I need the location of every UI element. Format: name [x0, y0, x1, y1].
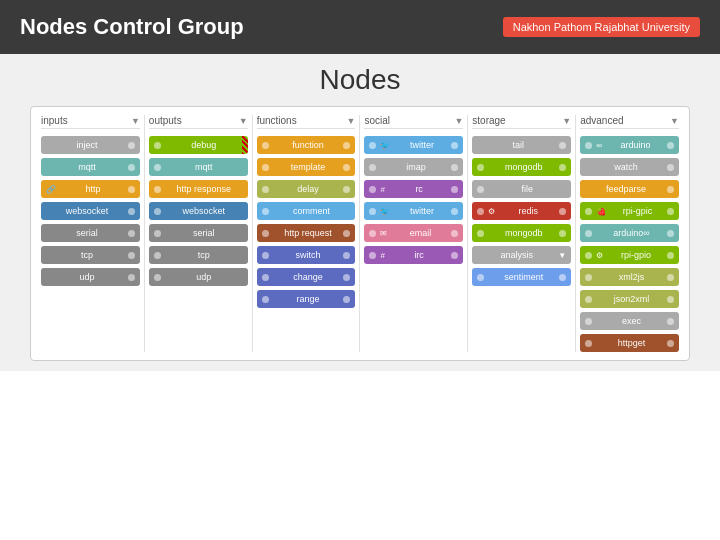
node-label: httpget [596, 338, 667, 348]
node-advanced-arduino∞[interactable]: arduino∞ [580, 224, 679, 242]
dot-left [585, 142, 592, 149]
dot-right [451, 164, 458, 171]
node-inputs-mqtt[interactable]: mqtt [41, 158, 140, 176]
node-inputs-websocket[interactable]: websocket [41, 202, 140, 220]
node-label: mongodb [488, 162, 559, 172]
dot-left [262, 230, 269, 237]
node-storage-mongodb[interactable]: mongodb [472, 158, 571, 176]
node-advanced-watch[interactable]: watch [580, 158, 679, 176]
dot-left [585, 318, 592, 325]
node-panel: inputs▼injectmqtt🔗httpwebsocketserialtcp… [30, 106, 690, 361]
node-label: template [273, 162, 344, 172]
node-advanced-rpi-gpio[interactable]: ⚙rpi-gpio [580, 246, 679, 264]
university-badge: Nakhon Pathom Rajabhat University [503, 17, 700, 37]
node-social-twitter[interactable]: 🐦twitter [364, 202, 463, 220]
node-functions-function[interactable]: function [257, 136, 356, 154]
dot-right [559, 208, 566, 215]
dot-right [343, 252, 350, 259]
node-inputs-udp[interactable]: udp [41, 268, 140, 286]
col-header-functions: functions▼ [257, 115, 356, 129]
node-label: rpi-gpic [608, 206, 667, 216]
dot-left [369, 230, 376, 237]
node-label: tcp [46, 250, 128, 260]
node-inputs-serial[interactable]: serial [41, 224, 140, 242]
node-storage-mongodb[interactable]: mongodb [472, 224, 571, 242]
node-icon: # [380, 185, 384, 194]
node-icon: # [380, 251, 384, 260]
dot-right [451, 142, 458, 149]
node-outputs-mqtt[interactable]: mqtt [149, 158, 248, 176]
col-arrow-advanced[interactable]: ▼ [670, 116, 679, 126]
node-label: http response [165, 184, 243, 194]
node-social-email[interactable]: ✉email [364, 224, 463, 242]
dot-left [477, 274, 484, 281]
dot-right [343, 164, 350, 171]
node-storage-sentiment[interactable]: sentiment [472, 268, 571, 286]
dot-right [559, 164, 566, 171]
node-advanced-feedparse[interactable]: feedparse [580, 180, 679, 198]
node-outputs-serial[interactable]: serial [149, 224, 248, 242]
node-outputs-debug[interactable]: debug [149, 136, 248, 154]
node-storage-redis[interactable]: ⚙redis [472, 202, 571, 220]
node-inputs-http[interactable]: 🔗http [41, 180, 140, 198]
dot-left [477, 230, 484, 237]
dot-right [128, 230, 135, 237]
dot-right [667, 274, 674, 281]
col-arrow-outputs[interactable]: ▼ [239, 116, 248, 126]
node-functions-delay[interactable]: delay [257, 180, 356, 198]
node-advanced-rpi-gpic[interactable]: 🍓rpi-gpic [580, 202, 679, 220]
column-functions: functions▼functiontemplatedelaycommentht… [253, 115, 361, 352]
node-label: irc [387, 250, 451, 260]
node-label: tail [477, 140, 559, 150]
node-outputs-tcp[interactable]: tcp [149, 246, 248, 264]
node-advanced-json2xml[interactable]: json2xml [580, 290, 679, 308]
node-advanced-arduino[interactable]: ∞arduino [580, 136, 679, 154]
node-outputs-udp[interactable]: udp [149, 268, 248, 286]
col-arrow-functions[interactable]: ▼ [347, 116, 356, 126]
node-functions-change[interactable]: change [257, 268, 356, 286]
header: Nodes Control Group Nakhon Pathom Rajabh… [0, 0, 720, 54]
dot-right [451, 252, 458, 259]
node-inputs-tcp[interactable]: tcp [41, 246, 140, 264]
dot-left [262, 186, 269, 193]
dot-right [667, 318, 674, 325]
node-advanced-xml2js[interactable]: xml2js [580, 268, 679, 286]
column-storage: storage▼tailmongodbfile⚙redismongodbanal… [468, 115, 576, 352]
node-label: switch [273, 250, 344, 260]
dot-right [667, 230, 674, 237]
node-label: mqtt [46, 162, 128, 172]
node-advanced-httpget[interactable]: httpget [580, 334, 679, 352]
dot-left [154, 230, 161, 237]
node-functions-comment[interactable]: comment [257, 202, 356, 220]
node-functions-switch[interactable]: switch [257, 246, 356, 264]
node-advanced-exec[interactable]: exec [580, 312, 679, 330]
col-label-inputs: inputs [41, 115, 68, 126]
node-storage-analysis[interactable]: analysis▼ [472, 246, 571, 264]
node-label: serial [165, 228, 243, 238]
node-inputs-inject[interactable]: inject [41, 136, 140, 154]
node-outputs-websocket[interactable]: websocket [149, 202, 248, 220]
node-icon: 🍓 [596, 207, 606, 216]
dot-right [559, 274, 566, 281]
node-social-imap[interactable]: imap [364, 158, 463, 176]
dot-left [369, 252, 376, 259]
node-social-rc[interactable]: #rc [364, 180, 463, 198]
node-label: udp [165, 272, 243, 282]
col-label-social: social [364, 115, 390, 126]
col-arrow-inputs[interactable]: ▼ [131, 116, 140, 126]
node-storage-file[interactable]: file [472, 180, 571, 198]
col-arrow-storage[interactable]: ▼ [562, 116, 571, 126]
node-functions-template[interactable]: template [257, 158, 356, 176]
dropdown-arrow[interactable]: ▼ [558, 251, 566, 260]
node-functions-range[interactable]: range [257, 290, 356, 308]
node-social-irc[interactable]: #irc [364, 246, 463, 264]
node-social-twitter[interactable]: 🐦twitter [364, 136, 463, 154]
node-label: sentiment [488, 272, 559, 282]
node-storage-tail[interactable]: tail [472, 136, 571, 154]
node-outputs-http-response[interactable]: http response [149, 180, 248, 198]
node-label: http [58, 184, 128, 194]
node-functions-http-request[interactable]: http request [257, 224, 356, 242]
node-icon: ⚙ [596, 251, 603, 260]
node-label: rpi-gpio [605, 250, 667, 260]
col-arrow-social[interactable]: ▼ [454, 116, 463, 126]
